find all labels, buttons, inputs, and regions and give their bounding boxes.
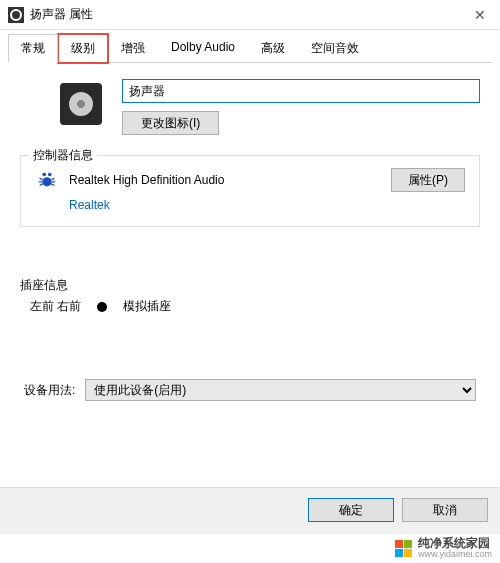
jack-info-section: 插座信息 左前 右前 模拟插座 xyxy=(20,277,480,319)
dialog-footer: 确定 取消 xyxy=(0,487,500,533)
device-name-group: 更改图标(I) xyxy=(122,79,480,135)
tab-content: 更改图标(I) 控制器信息 Realtek High Definition Au… xyxy=(0,63,500,411)
controller-name: Realtek High Definition Audio xyxy=(69,173,391,187)
jack-color-dot xyxy=(97,302,107,312)
device-usage-select[interactable]: 使用此设备(启用) xyxy=(85,379,476,401)
speaker-icon xyxy=(60,83,102,125)
realtek-crab-icon xyxy=(35,168,59,192)
svg-point-2 xyxy=(48,173,52,177)
jack-info-legend: 插座信息 xyxy=(20,277,480,294)
device-header-row: 更改图标(I) xyxy=(60,79,480,135)
tab-general[interactable]: 常规 xyxy=(8,34,58,63)
watermark-url: www.yidaimei.com xyxy=(418,550,492,560)
tab-enhancements[interactable]: 增强 xyxy=(108,34,158,63)
watermark: 纯净系统家园 www.yidaimei.com xyxy=(0,533,500,563)
svg-point-1 xyxy=(42,173,46,177)
tab-dolby-audio[interactable]: Dolby Audio xyxy=(158,34,248,63)
svg-point-0 xyxy=(42,177,51,186)
controller-manufacturer: Realtek xyxy=(69,198,465,212)
controller-info-fieldset: 控制器信息 Realtek High Definition Audio 属性(P… xyxy=(20,155,480,227)
tab-advanced[interactable]: 高级 xyxy=(248,34,298,63)
tab-strip: 常规 级别 增强 Dolby Audio 高级 空间音效 xyxy=(0,30,500,63)
controller-row: Realtek High Definition Audio 属性(P) xyxy=(35,168,465,192)
window-icon xyxy=(8,7,24,23)
close-button[interactable]: ✕ xyxy=(460,0,500,30)
watermark-text: 纯净系统家园 www.yidaimei.com xyxy=(418,537,492,560)
tab-spatial-sound[interactable]: 空间音效 xyxy=(298,34,372,63)
ok-button[interactable]: 确定 xyxy=(308,498,394,522)
tab-levels[interactable]: 级别 xyxy=(58,34,108,63)
jack-type: 模拟插座 xyxy=(123,298,171,315)
jack-row: 左前 右前 模拟插座 xyxy=(20,294,480,319)
device-usage-label: 设备用法: xyxy=(24,382,75,399)
device-name-input[interactable] xyxy=(122,79,480,103)
controller-properties-button[interactable]: 属性(P) xyxy=(391,168,465,192)
watermark-logo xyxy=(395,540,412,557)
cancel-button[interactable]: 取消 xyxy=(402,498,488,522)
jack-position: 左前 右前 xyxy=(30,298,81,315)
device-usage-row: 设备用法: 使用此设备(启用) xyxy=(20,379,480,401)
window-title: 扬声器 属性 xyxy=(30,6,460,23)
change-icon-button[interactable]: 更改图标(I) xyxy=(122,111,219,135)
controller-info-legend: 控制器信息 xyxy=(29,147,97,164)
title-bar: 扬声器 属性 ✕ xyxy=(0,0,500,30)
